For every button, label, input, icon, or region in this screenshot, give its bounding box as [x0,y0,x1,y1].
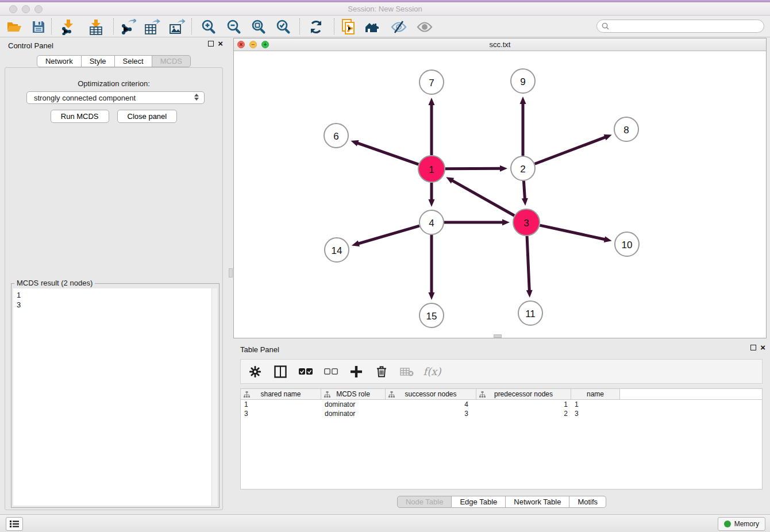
graph-edge-2-8[interactable] [535,137,606,164]
mcds-result-groupbox: MCDS result (2 nodes) 1 3 [11,283,220,508]
gear-icon[interactable] [247,363,264,380]
cell[interactable]: dominator [321,409,386,418]
svg-text:1: 1 [429,164,434,175]
mcds-result-text[interactable]: 1 3 [13,288,211,506]
float-table-panel-icon[interactable] [750,345,756,350]
cell[interactable]: 1 [241,400,321,409]
graph-node-3[interactable]: 3 [513,209,540,236]
graph-node-8[interactable]: 8 [614,117,638,141]
tab-mcds[interactable]: MCDS [152,55,191,67]
function-fx-icon: f(x) [424,363,441,380]
run-mcds-button[interactable]: Run MCDS [51,110,109,123]
cell[interactable]: 1 [571,400,620,409]
graph-node-1[interactable]: 1 [418,156,445,182]
column-header-successor-nodes[interactable]: successor nodes [386,389,476,399]
result-scrollbar[interactable] [211,288,217,506]
import-table-icon[interactable] [85,18,107,36]
graph-edge-1-2[interactable] [445,168,501,169]
close-panel-icon[interactable]: × [218,41,223,47]
toolbar-separator [334,18,334,34]
duplicate-network-icon[interactable] [338,18,360,36]
export-table-icon[interactable] [141,18,163,36]
graph-edge-3-10[interactable] [540,225,605,240]
tab-node-table[interactable]: Node Table [397,496,452,508]
graph-edge-2-3[interactable] [523,181,525,199]
graph-edge-arrowhead [604,134,612,140]
tab-edge-table[interactable]: Edge Table [452,496,506,508]
close-panel-button[interactable]: Close panel [117,110,178,123]
close-table-panel-icon[interactable]: × [760,345,765,350]
refresh-icon[interactable] [305,18,327,36]
graph-node-11[interactable]: 11 [518,301,542,325]
network-frame-titlebar[interactable]: × − + scc.txt [234,38,766,51]
graph-edge-arrowhead [351,140,359,146]
cell[interactable]: dominator [321,400,386,409]
zoom-selected-icon[interactable] [272,18,294,36]
trash-icon[interactable] [373,363,390,380]
column-header-name[interactable]: name [571,389,620,399]
graph-edge-arrowhead [429,292,435,300]
graph-edge-arrowhead [604,236,612,242]
table-row[interactable]: 3dominator323 [241,409,762,418]
frame-resize-grip[interactable] [494,334,502,338]
houses-icon[interactable] [363,18,384,36]
eye-icon[interactable] [414,18,436,36]
tab-select[interactable]: Select [115,55,152,67]
zoom-out-icon[interactable] [223,18,245,36]
graph-edge-3-11[interactable] [527,236,529,291]
tab-network[interactable]: Network [37,55,82,67]
deselect-all-icon[interactable] [322,363,340,380]
svg-text:7: 7 [429,78,434,88]
svg-text:9: 9 [520,76,525,87]
export-network-icon[interactable] [117,18,139,36]
graph-node-2[interactable]: 2 [511,156,535,180]
tab-network-table[interactable]: Network Table [506,496,569,508]
cell[interactable]: 3 [241,409,321,418]
open-folder-icon[interactable] [3,18,25,36]
search-field[interactable] [596,20,764,33]
cell[interactable]: 1 [476,400,571,409]
control-panel-title: Control Panel [8,41,53,50]
save-icon[interactable] [28,18,49,36]
zoom-fit-icon[interactable] [248,18,270,36]
float-panel-icon[interactable] [208,41,214,47]
column-header-mcds-role[interactable]: MCDS role [321,389,386,399]
cell[interactable]: 4 [386,400,476,409]
cell[interactable]: 2 [476,409,571,418]
graph-node-15[interactable]: 15 [419,303,444,327]
table-panel-title: Table Panel [240,345,279,354]
mcds-panel: Optimization criterion: strongly connect… [5,67,223,510]
search-input[interactable] [612,22,759,30]
column-header-shared-name[interactable]: shared name [241,389,321,399]
network-canvas[interactable]: 1234678910111415 [234,51,766,338]
import-network-icon[interactable] [57,18,79,36]
cell[interactable]: 3 [386,409,476,418]
graph-node-9[interactable]: 9 [511,69,535,93]
graph-node-14[interactable]: 14 [325,238,349,262]
split-columns-icon[interactable] [272,363,289,380]
zoom-in-icon[interactable] [198,18,220,36]
graph-edge-1-6[interactable] [357,143,418,165]
cell[interactable]: 3 [571,409,620,418]
graph-edge-arrowhead [352,241,360,247]
graph-node-7[interactable]: 7 [419,70,444,94]
graph-edge-3-1[interactable] [452,180,514,216]
split-divider-handle[interactable] [229,268,233,277]
criterion-select[interactable]: strongly connected component [26,91,205,104]
table-header-row: shared nameMCDS rolesuccessor nodesprede… [241,389,762,400]
export-image-icon[interactable] [166,18,188,36]
select-all-checked-icon[interactable] [297,363,314,380]
memory-button[interactable]: Memory [718,517,765,531]
eye-slash-icon[interactable] [388,18,410,36]
graph-edge-4-14[interactable] [357,226,419,244]
mcds-result-title: MCDS result (2 nodes) [14,279,95,287]
table-row[interactable]: 1dominator411 [241,400,762,409]
task-history-button[interactable] [6,517,23,531]
column-header-predecessor-nodes[interactable]: predecessor nodes [476,389,571,399]
add-column-icon[interactable] [348,363,365,380]
tab-style[interactable]: Style [82,55,115,67]
graph-node-10[interactable]: 10 [615,232,639,256]
tab-motifs[interactable]: Motifs [569,496,606,508]
graph-node-6[interactable]: 6 [324,124,348,148]
graph-node-4[interactable]: 4 [419,210,444,234]
